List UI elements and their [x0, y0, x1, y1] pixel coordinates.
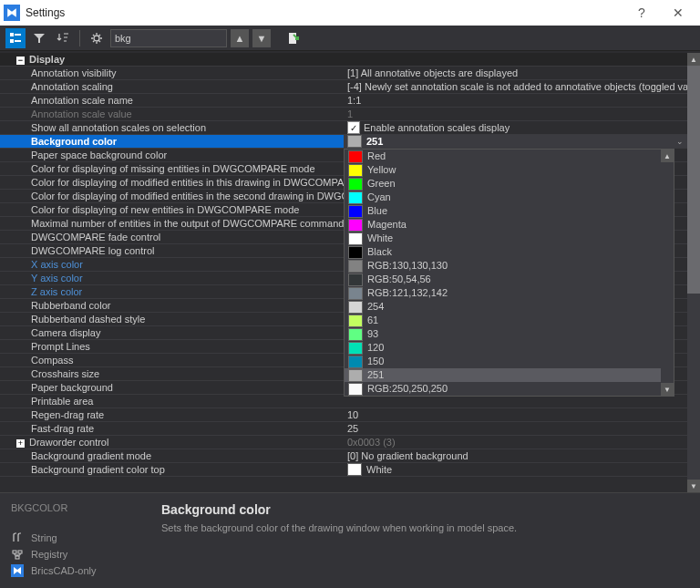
dropdown-item[interactable]: RGB:130,130,130 [345, 259, 661, 273]
close-button[interactable]: ✕ [660, 0, 696, 26]
dropdown-item[interactable]: RGB:250,250,250 [345, 382, 661, 396]
color-swatch [348, 191, 363, 204]
collapse-icon[interactable]: − [16, 57, 25, 65]
property-row[interactable]: Background gradient mode[0] No gradient … [0, 449, 687, 463]
dropdown-item[interactable]: Red [345, 150, 661, 163]
property-label: Background color [31, 136, 117, 147]
property-value[interactable]: 10 [344, 408, 687, 421]
export-button[interactable] [283, 28, 304, 48]
property-label: DWGCOMPARE log control [31, 245, 155, 256]
search-down-button[interactable]: ▼ [252, 29, 271, 47]
scope-row: BricsCAD-only [11, 562, 143, 579]
dropdown-item[interactable]: Blue [345, 204, 661, 218]
color-swatch [348, 150, 363, 163]
search-up-button[interactable]: ▲ [231, 29, 249, 47]
property-row[interactable]: Annotation visibility[1] All annotative … [0, 67, 687, 80]
property-row[interactable]: +Draworder control0x0003 (3) [0, 436, 687, 449]
dropdown-item[interactable]: 61 [345, 314, 661, 327]
dropdown-item-label: RGB:250,250,250 [367, 382, 448, 396]
value-text: 25 [347, 422, 358, 435]
scroll-down-icon[interactable]: ▼ [661, 383, 674, 396]
gear-button[interactable] [87, 28, 107, 48]
property-row[interactable]: Fast-drag rate25 [0, 422, 687, 436]
help-button[interactable]: ? [623, 0, 660, 26]
description-panel: BKGCOLOR String Registry BricsCAD-only B… [0, 492, 700, 588]
property-row[interactable]: Printable area [0, 395, 687, 408]
property-label: DWGCOMPARE fade control [31, 232, 160, 242]
category-row[interactable]: −Display [0, 53, 687, 67]
dropdown-item[interactable]: Cyan [345, 191, 661, 204]
property-value[interactable]: 1:1 [344, 94, 687, 107]
property-label: Annotation scaling [31, 81, 113, 92]
dropdown-item-label: RGB:50,54,56 [367, 273, 431, 286]
property-row[interactable]: Annotation scale value1 [0, 108, 687, 121]
property-value[interactable]: [-4] Newly set annotation scale is not a… [344, 80, 687, 93]
property-label: Camera display [31, 327, 100, 338]
property-label: Color for displaying of modified entitie… [31, 177, 344, 188]
dropdown-item-label: 93 [367, 327, 378, 341]
dropdown-scrollbar[interactable]: ▲▼ [661, 150, 674, 396]
dropdown-item-label: White [367, 232, 393, 245]
dropdown-item[interactable]: 251 [345, 368, 661, 382]
dropdown-item[interactable]: Black [345, 245, 661, 259]
property-value[interactable]: ✓Enable annotation scales display [344, 121, 687, 134]
dropdown-item[interactable]: 150 [345, 355, 661, 368]
color-swatch [348, 232, 363, 245]
property-label: Draworder control [29, 437, 108, 448]
expand-icon[interactable]: + [16, 439, 25, 448]
property-row[interactable]: Regen-drag rate10 [0, 408, 687, 422]
property-value[interactable]: [0] No gradient background [344, 449, 687, 462]
svg-rect-6 [13, 551, 16, 553]
checkbox[interactable]: ✓ [347, 121, 360, 134]
property-value[interactable]: 251⌄ [344, 135, 687, 148]
dropdown-item-label: RGB:130,130,130 [367, 259, 448, 273]
dropdown-item[interactable]: Magenta [345, 218, 661, 232]
color-swatch [348, 178, 363, 191]
svg-rect-7 [18, 551, 22, 553]
property-value[interactable]: 25 [344, 422, 687, 435]
property-label: Compass [31, 355, 73, 366]
scroll-down-icon[interactable]: ▼ [687, 480, 700, 492]
property-row[interactable]: Annotation scaling[-4] Newly set annotat… [0, 80, 687, 94]
dropdown-item-label: Black [367, 245, 392, 259]
search-input[interactable] [110, 29, 227, 47]
dropdown-item[interactable]: RGB:50,54,56 [345, 273, 661, 286]
value-text: 251 [366, 135, 383, 148]
property-value[interactable]: 1 [344, 108, 687, 120]
main-scrollbar[interactable]: ▲ ▼ [687, 53, 700, 492]
value-text: White [366, 463, 392, 476]
toolbar: ▲ ▼ [0, 26, 700, 51]
property-value[interactable]: White [344, 463, 687, 476]
property-row[interactable]: Background gradient color topWhite [0, 463, 687, 477]
dropdown-item[interactable]: 120 [345, 341, 661, 355]
chevron-down-icon[interactable]: ⌄ [676, 135, 684, 148]
property-row[interactable]: Show all annotation scales on selection✓… [0, 121, 687, 135]
svg-rect-1 [15, 34, 21, 36]
variable-name: BKGCOLOR [11, 502, 143, 513]
dropdown-item[interactable]: 93 [345, 327, 661, 341]
scroll-up-icon[interactable]: ▲ [661, 150, 674, 162]
color-swatch [348, 246, 363, 259]
color-swatch [348, 342, 363, 355]
property-row[interactable]: Annotation scale name1:1 [0, 94, 687, 108]
view-mode-button[interactable] [5, 28, 26, 48]
property-value[interactable]: [1] All annotative objects are displayed [344, 67, 687, 79]
color-swatch [348, 383, 363, 396]
dropdown-item[interactable]: Yellow [345, 163, 661, 177]
svg-rect-5 [289, 33, 296, 44]
color-dropdown[interactable]: RedYellowGreenCyanBlueMagentaWhiteBlackR… [344, 149, 674, 397]
property-label: Paper space background color [31, 150, 167, 160]
dropdown-item[interactable]: Green [345, 177, 661, 191]
sort-button[interactable] [53, 28, 73, 48]
dropdown-item[interactable]: RGB:121,132,142 [345, 286, 661, 300]
description-text: Sets the background color of the drawing… [161, 522, 689, 533]
property-value[interactable] [344, 395, 687, 407]
property-value[interactable]: 0x0003 (3) [344, 436, 687, 449]
scroll-up-icon[interactable]: ▲ [687, 53, 700, 66]
app-icon [4, 5, 20, 21]
dropdown-item[interactable]: 254 [345, 300, 661, 314]
property-row[interactable]: Background color251⌄ [0, 135, 687, 149]
dropdown-item[interactable]: White [345, 232, 661, 245]
filter-button[interactable] [29, 28, 49, 48]
property-label: Background gradient mode [31, 450, 151, 461]
